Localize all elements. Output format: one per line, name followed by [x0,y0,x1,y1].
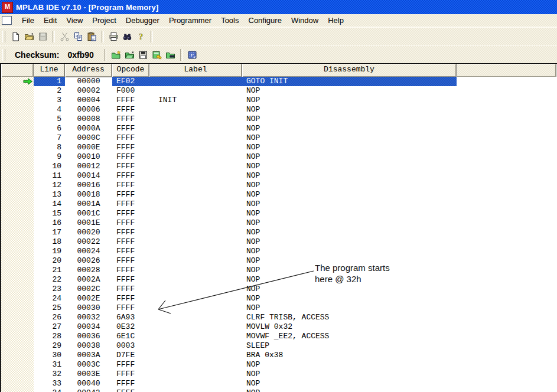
cell-line: 5 [34,115,65,124]
copy-icon[interactable] [71,30,85,43]
find-in-files-icon[interactable] [164,48,177,61]
table-row[interactable]: 1100014FFFFNOP [1,171,557,181]
table-row[interactable]: 220002AFFFFNOP [1,275,557,285]
open-project-icon[interactable] [123,48,136,61]
cell-disassembly: NOP [242,256,457,266]
open-file-icon[interactable] [22,30,36,43]
table-row[interactable]: 240002EFFFFNOP [1,294,557,303]
menu-item-debugger[interactable]: Debugger [121,15,164,26]
table-row[interactable]: 400006FFFFNOP [1,105,557,115]
program-memory-grid-icon[interactable] [185,48,199,61]
cell-label [149,124,242,133]
row-gutter [1,171,34,181]
cell-extra [457,237,556,247]
toolbar-grip[interactable] [2,31,5,43]
save-file-icon[interactable] [36,30,50,43]
menu-item-configure[interactable]: Configure [244,15,286,26]
menu-item-view[interactable]: View [61,15,87,26]
print-icon[interactable] [107,30,120,43]
table-row[interactable]: 2000026FFFFNOP [1,256,557,266]
cell-label [149,379,242,388]
cell-disassembly: NOP [242,200,457,209]
cell-disassembly: NOP [242,285,457,294]
cell-address[interactable]: 00000 [65,77,112,86]
table-row[interactable]: 70000CFFFFNOP [1,133,557,143]
table-row[interactable]: 160001EFFFFNOP [1,218,557,228]
cell-line: 33 [34,379,65,388]
table-row[interactable]: 80000EFFFFNOP [1,143,557,152]
table-row[interactable]: 3400042FFFFNOP [1,388,557,392]
menubar: FileEditViewProjectDebuggerProgrammerToo… [0,14,557,27]
cell-extra [457,105,556,115]
menu-item-tools[interactable]: Tools [216,15,243,26]
cell-opcode: F000 [112,86,149,96]
table-row[interactable]: 26000326A93CLRF TRISB, ACCESS [1,313,557,322]
table-row[interactable]: 28000366E1CMOVWF _EE2, ACCESS [1,332,557,341]
cell-extra [457,351,556,360]
table-row[interactable]: 1900024FFFFNOP [1,247,557,256]
new-file-icon[interactable] [9,30,22,43]
row-gutter [1,143,34,152]
find-icon[interactable] [120,30,134,43]
save-workspace-icon[interactable] [136,48,150,61]
menu-item-help[interactable]: Help [323,15,348,26]
cell-opcode: FFFF [112,105,149,115]
table-row[interactable]: 150001CFFFFNOP [1,209,557,218]
table-row[interactable]: 27000340E32MOVLW 0x32 [1,322,557,332]
table-row[interactable]: 2500030FFFFNOP [1,303,557,313]
cell-opcode: FFFF [112,143,149,152]
table-row[interactable]: 29000380003SLEEP [1,341,557,351]
table-row[interactable]: 1200016FFFFNOP [1,181,557,190]
toolbar-grip[interactable] [2,49,5,61]
cell-address: 0001E [65,218,112,228]
menu-item-programmer[interactable]: Programmer [164,15,216,26]
table-row[interactable]: 1800022FFFFNOP [1,237,557,247]
mdi-child-window-icon[interactable] [2,16,12,25]
build-icon[interactable] [150,48,164,61]
row-gutter [1,162,34,171]
paste-icon[interactable] [85,30,99,43]
table-row[interactable]: 230002CFFFFNOP [1,285,557,294]
cell-label [149,218,242,228]
cell-address: 00010 [65,152,112,162]
table-row[interactable]: 2100028FFFFNOP [1,266,557,275]
mplab-logo-icon[interactable]: M [2,2,13,13]
table-row[interactable]: 140001AFFFFNOP [1,200,557,209]
cell-address: 00040 [65,379,112,388]
cell-extra [457,218,556,228]
cell-extra [457,115,556,124]
table-row[interactable]: 200002F000NOP [1,86,557,96]
cell-disassembly: NOP [242,124,457,133]
cell-extra [457,322,556,332]
cell-disassembly: NOP [242,370,457,379]
table-row[interactable]: 500008FFFFNOP [1,115,557,124]
table-row[interactable]: 310003CFFFFNOP [1,360,557,370]
table-row[interactable]: 3300040FFFFNOP [1,379,557,388]
cell-address: 0002E [65,294,112,303]
cell-opcode: FFFF [112,181,149,190]
menu-item-edit[interactable]: Edit [39,15,61,26]
table-row[interactable]: 1000012FFFFNOP [1,162,557,171]
cell-disassembly: NOP [242,247,457,256]
table-row[interactable]: 60000AFFFFNOP [1,124,557,133]
cell-line: 19 [34,247,65,256]
table-row[interactable]: 100000EF02GOTO INIT [1,77,557,86]
cell-disassembly: NOP [242,209,457,218]
help-icon[interactable]: ? [134,30,148,43]
cell-label [149,77,242,86]
cell-disassembly: BRA 0x38 [242,351,457,360]
table-row[interactable]: 1700020FFFFNOP [1,228,557,237]
table-row[interactable]: 1300018FFFFNOP [1,190,557,200]
cell-address: 0002A [65,275,112,285]
table-row[interactable]: 320003EFFFFNOP [1,370,557,379]
row-gutter [1,266,34,275]
menu-item-file[interactable]: File [17,15,39,26]
table-row[interactable]: 900010FFFFNOP [1,152,557,162]
new-project-icon[interactable] [109,48,123,61]
menu-item-project[interactable]: Project [87,15,120,26]
cut-icon[interactable] [58,30,71,43]
table-row[interactable]: 300004FFFFINITNOP [1,96,557,105]
table-row[interactable]: 300003AD7FEBRA 0x38 [1,351,557,360]
menu-item-window[interactable]: Window [286,15,323,26]
cell-address: 0000E [65,143,112,152]
